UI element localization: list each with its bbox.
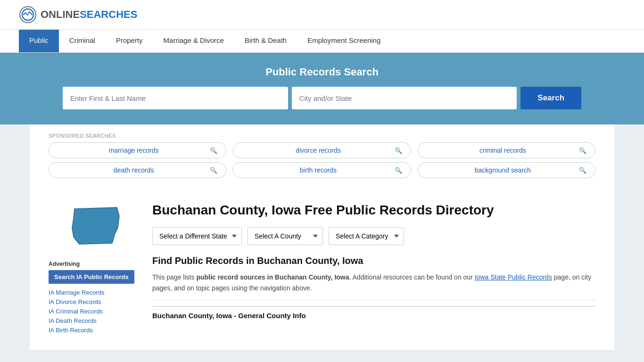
sponsored-item-marriage[interactable]: marriage records 🔍 [49, 142, 226, 158]
page-title: Buchanan County, Iowa Free Public Record… [152, 202, 595, 219]
nav-item-employment[interactable]: Employment Screening [297, 30, 391, 52]
sponsored-section: SPONSORED SEARCHES marriage records 🔍 di… [30, 124, 614, 202]
search-icon-3: 🔍 [210, 167, 217, 174]
sidebar-cta-button[interactable]: Search IA Public Records [49, 270, 134, 284]
sponsored-link-divorce[interactable]: divorce records [242, 147, 394, 154]
sponsored-link-death[interactable]: death records [58, 166, 210, 174]
sidebar-ad-label: Advertising [49, 261, 143, 267]
search-bar: Search [63, 87, 581, 109]
sponsored-link-marriage[interactable]: marriage records [58, 147, 210, 154]
sidebar-links: IA Marriage Records IA Divorce Records I… [49, 288, 143, 334]
find-text: This page lists public record sources in… [152, 272, 595, 293]
search-icon-0: 🔍 [210, 147, 217, 154]
section-header: Buchanan County, Iowa - General County I… [152, 306, 595, 320]
iowa-map-icon [65, 202, 126, 254]
sidebar-link-marriage[interactable]: IA Marriage Records [49, 288, 143, 296]
sponsored-link-birth[interactable]: birth records [242, 166, 394, 174]
location-input[interactable] [292, 87, 517, 109]
main-content: Buchanan County, Iowa Free Public Record… [152, 202, 595, 336]
state-map-area [49, 202, 143, 255]
nav-item-property[interactable]: Property [106, 30, 153, 52]
state-dropdown[interactable]: Select a Different State [152, 227, 242, 245]
county-dropdown[interactable]: Select A County [248, 227, 323, 245]
main-area: SPONSORED SEARCHES marriage records 🔍 di… [30, 124, 614, 350]
sidebar: Advertising Search IA Public Records IA … [49, 202, 143, 336]
find-text-bold: public record sources in Buchanan County… [196, 273, 349, 281]
search-button[interactable]: Search [520, 87, 581, 109]
find-text-2: . Additional resources can be found on o… [349, 273, 475, 281]
sponsored-item-criminal[interactable]: criminal records 🔍 [418, 142, 595, 158]
name-input[interactable] [63, 87, 288, 109]
sponsored-link-criminal[interactable]: criminal records [427, 147, 579, 154]
sidebar-link-divorce[interactable]: IA Divorce Records [49, 298, 143, 305]
sponsored-item-background[interactable]: background search 🔍 [418, 162, 595, 178]
search-title: Public Records Search [19, 66, 625, 78]
search-icon-4: 🔍 [395, 167, 402, 174]
site-header: ONLINESEARCHES [0, 0, 644, 30]
sponsored-grid: marriage records 🔍 divorce records 🔍 cri… [49, 142, 595, 178]
logo-text: ONLINESEARCHES [41, 8, 137, 21]
section-divider [152, 300, 595, 300]
search-hero: Public Records Search Search [0, 53, 644, 124]
sidebar-link-death[interactable]: IA Death Records [49, 317, 143, 324]
nav-item-public[interactable]: Public [19, 30, 59, 52]
dropdown-row: Select a Different State Select A County… [152, 227, 595, 245]
nav-item-criminal[interactable]: Criminal [59, 30, 106, 52]
sponsored-item-birth[interactable]: birth records 🔍 [233, 162, 411, 178]
category-dropdown[interactable]: Select A Category [329, 227, 404, 245]
find-text-1: This page lists [152, 273, 196, 281]
main-nav: Public Criminal Property Marriage & Divo… [0, 30, 644, 53]
logo-icon [19, 6, 37, 24]
search-icon-2: 🔍 [579, 147, 586, 154]
body-section: Advertising Search IA Public Records IA … [30, 202, 614, 350]
search-icon-1: 🔍 [395, 147, 402, 154]
logo[interactable]: ONLINESEARCHES [19, 6, 137, 24]
sponsored-item-death[interactable]: death records 🔍 [49, 162, 226, 178]
sponsored-link-background[interactable]: background search [427, 166, 579, 174]
nav-item-marriage-divorce[interactable]: Marriage & Divorce [153, 30, 234, 52]
sidebar-link-criminal[interactable]: IA Criminal Records [49, 307, 143, 315]
iowa-state-records-link[interactable]: Iowa State Public Records [475, 273, 552, 281]
nav-item-birth-death[interactable]: Birth & Death [234, 30, 297, 52]
sponsored-label: SPONSORED SEARCHES [49, 133, 595, 139]
find-title: Find Public Records in Buchanan County, … [152, 255, 595, 266]
sponsored-item-divorce[interactable]: divorce records 🔍 [233, 142, 411, 158]
search-icon-5: 🔍 [579, 167, 586, 174]
sidebar-link-birth[interactable]: IA Birth Records [49, 326, 143, 334]
